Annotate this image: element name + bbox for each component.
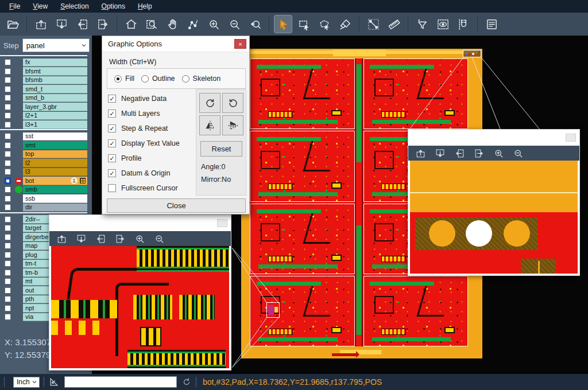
close-icon[interactable]: × — [234, 39, 246, 49]
layer-row-fx[interactable]: fx — [0, 58, 87, 67]
layer-row-bot[interactable]: bot1 — [0, 177, 87, 186]
layer-checkbox[interactable] — [0, 216, 15, 223]
layer-checkbox[interactable] — [0, 95, 15, 101]
snap-magnet-icon[interactable] — [455, 15, 472, 33]
menu-options[interactable]: Options — [96, 1, 131, 11]
pan-down-icon[interactable] — [433, 147, 447, 159]
radio-skeleton[interactable]: Skeleton — [182, 75, 221, 83]
pan-down-icon[interactable] — [53, 15, 70, 33]
zoom-out-icon[interactable] — [226, 15, 243, 33]
layer-checkbox[interactable] — [0, 305, 15, 311]
layer-row-smd_b[interactable]: smd_b — [0, 93, 87, 103]
zoom-in-icon[interactable] — [492, 147, 505, 159]
layer-name[interactable]: bfsmt — [23, 67, 87, 76]
layer-name[interactable]: smb — [23, 186, 87, 194]
grid-icon[interactable] — [80, 178, 86, 184]
magnifier-title-bar[interactable] — [408, 130, 579, 146]
layer-checkbox[interactable] — [0, 278, 15, 284]
layer-checkbox[interactable] — [0, 204, 15, 210]
pcb-board-cell[interactable] — [250, 58, 355, 129]
pan-up-icon[interactable] — [413, 147, 427, 159]
layer-checkbox[interactable] — [0, 196, 15, 202]
measure-node-icon[interactable] — [184, 15, 202, 33]
layer-row-top[interactable]: top — [0, 150, 87, 159]
layer-name[interactable]: top — [23, 150, 87, 159]
pan-down-icon[interactable] — [74, 232, 88, 245]
pcb-board-cell[interactable] — [250, 131, 355, 201]
zoom-in-icon[interactable] — [133, 232, 146, 245]
checkbox-step-repeat[interactable]: ✓Step & Repeat — [108, 121, 194, 136]
layer-name[interactable]: bot1 — [23, 177, 87, 185]
radio-outline[interactable]: Outline — [141, 75, 175, 83]
layer-checkbox[interactable] — [0, 314, 15, 320]
layer-name[interactable]: layer_3.gbr — [23, 103, 87, 111]
magnified-pcb-view[interactable] — [51, 246, 229, 368]
layer-row-l2+1[interactable]: l2+1 — [0, 111, 87, 120]
angle-measure-icon[interactable] — [48, 376, 60, 388]
layer-checkbox[interactable] — [0, 68, 15, 75]
layer-checkbox[interactable] — [0, 151, 15, 157]
layer-name[interactable]: fx — [23, 58, 87, 67]
layer-name[interactable]: smt — [23, 141, 87, 150]
ruler-icon[interactable] — [385, 15, 403, 33]
pan-right-icon[interactable] — [113, 232, 127, 245]
layer-row-bfsmb[interactable]: bfsmb — [0, 76, 87, 85]
layer-checkbox[interactable] — [0, 296, 15, 302]
zoom-out-icon[interactable] — [152, 232, 166, 245]
open-file-icon[interactable] — [4, 15, 21, 33]
select-poly-icon[interactable] — [316, 15, 333, 33]
layer-row-dir[interactable]: dir — [0, 203, 87, 212]
flip-horizontal-button[interactable] — [199, 115, 220, 135]
layer-name[interactable]: sst — [23, 132, 87, 141]
layer-name[interactable]: smd_t — [23, 85, 87, 93]
layer-row-sst[interactable]: sst — [0, 132, 87, 141]
magnifier-window-1[interactable] — [49, 214, 231, 370]
layer-name[interactable]: smd_b — [23, 94, 87, 103]
zoom-area-icon[interactable] — [143, 15, 160, 33]
refresh-icon[interactable] — [181, 377, 192, 387]
layer-row-smd_t[interactable]: smd_t — [0, 85, 87, 94]
zoom-prev-icon[interactable] — [246, 15, 264, 33]
pcb-board-cell[interactable] — [363, 58, 469, 129]
home-view-icon[interactable] — [122, 15, 140, 33]
magnifier-title-bar[interactable] — [49, 215, 231, 231]
filter-icon[interactable] — [413, 15, 431, 33]
layer-checkbox[interactable] — [0, 169, 15, 175]
pan-left-icon[interactable] — [94, 232, 107, 245]
layer-row-layer_3.gbr[interactable]: layer_3.gbr — [0, 103, 87, 112]
command-input[interactable] — [64, 376, 177, 388]
layer-checkbox[interactable] — [0, 234, 15, 240]
radio-fill[interactable]: Fill — [114, 75, 134, 83]
reset-button[interactable]: Reset — [200, 141, 242, 157]
layer-row-smb[interactable]: smb — [0, 185, 87, 194]
pan-right-icon[interactable] — [94, 15, 111, 33]
menu-view[interactable]: View — [27, 1, 53, 11]
layer-row-l2[interactable]: l2 — [0, 159, 87, 168]
layer-checkbox[interactable] — [0, 122, 15, 128]
pcb-board-cell[interactable] — [250, 204, 355, 274]
layer-checkbox[interactable] — [0, 186, 15, 193]
dialog-title-bar[interactable]: Graphic Options × — [102, 36, 249, 52]
select-cursor-icon[interactable] — [274, 15, 292, 33]
layer-checkbox[interactable] — [0, 133, 15, 139]
checkbox-datum-origin[interactable]: ✓Datum & Origin — [108, 166, 194, 181]
layer-row-smt[interactable]: smt — [0, 141, 87, 150]
layer-checkbox[interactable] — [0, 104, 15, 110]
layer-checkbox[interactable] — [0, 142, 15, 149]
checkbox-display-text-value[interactable]: ✓Display Text Value — [108, 136, 194, 151]
close-button[interactable]: Close — [107, 198, 246, 213]
pcb-board-cell[interactable] — [363, 276, 469, 346]
layer-checkbox[interactable] — [0, 252, 15, 258]
pan-left-icon[interactable] — [452, 147, 466, 159]
window-button[interactable] — [217, 219, 227, 227]
layer-name[interactable]: l2+1 — [23, 112, 87, 120]
unit-select[interactable]: Inch — [13, 377, 40, 388]
pan-hand-icon[interactable] — [164, 15, 181, 33]
menu-file[interactable]: File — [3, 1, 26, 11]
zoom-out-icon[interactable] — [511, 147, 525, 159]
layer-name[interactable]: l3+1 — [23, 120, 87, 129]
view-eye-icon[interactable] — [434, 15, 451, 33]
select-rect-icon[interactable] — [295, 15, 312, 33]
layer-name[interactable]: l2 — [23, 159, 87, 167]
zoom-in-icon[interactable] — [205, 15, 222, 33]
